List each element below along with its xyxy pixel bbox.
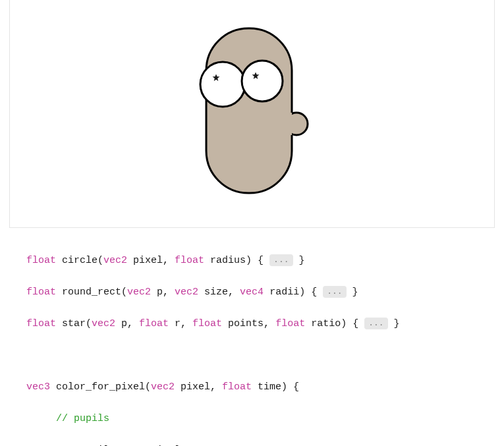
ear-mask: [283, 113, 292, 135]
code-line-1[interactable]: float circle(vec2 pixel, float radius) {…: [26, 253, 504, 269]
character-drawing: [167, 15, 338, 213]
type-keyword: vec2: [103, 255, 127, 266]
left-eye: [200, 62, 245, 107]
code-line-5[interactable]: vec3 color_for_pixel(vec2 pixel, float t…: [26, 379, 504, 395]
code-line-3[interactable]: float star(vec2 p, float r, float points…: [26, 316, 504, 332]
type-keyword: float: [175, 255, 204, 266]
type-keyword: float: [26, 255, 56, 266]
head-shape: [206, 28, 292, 193]
fold-marker[interactable]: ...: [364, 318, 387, 329]
code-line-6[interactable]: // pupils: [26, 411, 504, 427]
shader-preview: [9, 0, 495, 228]
fold-marker[interactable]: ...: [269, 254, 293, 266]
code-line-2[interactable]: float round_rect(vec2 p, vec2 size, vec4…: [26, 285, 504, 300]
comment: // pupils: [50, 413, 109, 424]
code-line-blank[interactable]: [26, 348, 504, 364]
fold-marker[interactable]: ...: [323, 286, 346, 298]
fn-decl: circle(: [56, 255, 103, 266]
code-editor[interactable]: float circle(vec2 pixel, float radius) {…: [0, 228, 504, 446]
code-line-7[interactable]: vec2 pupil_pos = pixel;: [26, 443, 504, 446]
right-eye: [242, 61, 283, 101]
